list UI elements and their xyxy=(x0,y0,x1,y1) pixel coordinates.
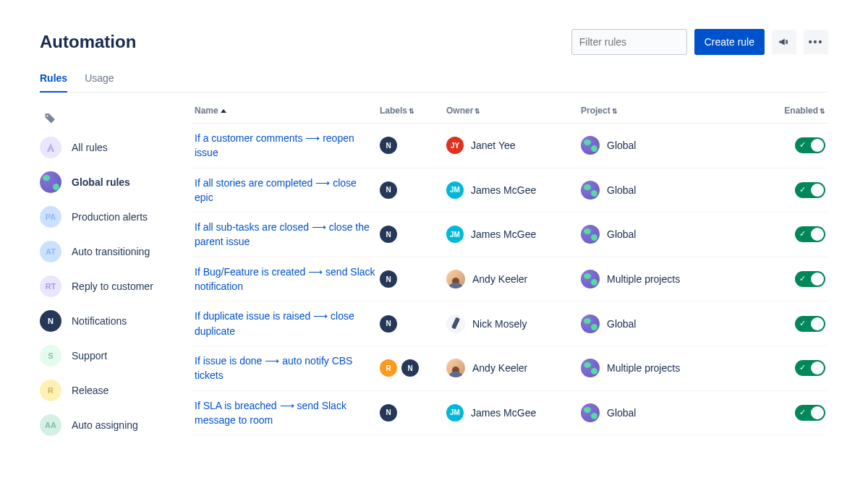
globe-icon xyxy=(581,359,600,377)
owner-name: Nick Mosely xyxy=(472,318,527,330)
label-chip[interactable]: N xyxy=(380,181,397,199)
project-name: Multiple projects xyxy=(607,273,680,285)
sidebar-item-reply-to-customer[interactable]: RTReply to customer xyxy=(40,269,192,304)
owner-avatar xyxy=(446,270,465,288)
col-header-owner[interactable]: Owner⇅ xyxy=(446,106,581,116)
page-title: Automation xyxy=(40,32,136,52)
sidebar-item-auto-transitioning[interactable]: ATAuto transitioning xyxy=(40,234,192,269)
sidebar-item-label: All rules xyxy=(72,142,108,153)
sidebar-item-label: Notifications xyxy=(72,315,127,327)
rule-link[interactable]: If SLA is breached ⟶ send Slack message … xyxy=(195,400,346,426)
table-row: If all stories are completed ⟶ close epi… xyxy=(192,168,828,213)
label-chip[interactable]: N xyxy=(380,270,397,288)
project-name: Global xyxy=(607,140,636,151)
globe-icon xyxy=(581,314,600,333)
globe-icon xyxy=(581,136,600,155)
owner-name: James McGee xyxy=(471,184,536,196)
rule-link[interactable]: If Bug/Feature is created ⟶ send Slack n… xyxy=(195,266,375,292)
sidebar-item-support[interactable]: SSupport xyxy=(40,338,192,373)
label-avatar: N xyxy=(40,310,61,332)
label-chip[interactable]: N xyxy=(380,137,397,154)
sidebar-item-release[interactable]: RRelease xyxy=(40,373,192,408)
label-avatar: AA xyxy=(40,414,61,436)
globe-icon xyxy=(581,225,600,244)
globe-icon xyxy=(581,181,600,200)
sidebar-item-label: Support xyxy=(72,350,107,361)
project-name: Global xyxy=(607,318,636,330)
rule-link[interactable]: If duplicate issue is raised ⟶ close dup… xyxy=(195,310,354,336)
tab-rules[interactable]: Rules xyxy=(40,72,67,93)
table-row: If issue is done ⟶ auto notify CBS ticke… xyxy=(192,346,828,391)
label-chip[interactable]: N xyxy=(401,359,419,377)
sidebar-item-production-alerts[interactable]: PAProduction alerts xyxy=(40,200,192,234)
enabled-toggle[interactable]: ✓ xyxy=(795,271,825,287)
label-avatar: AT xyxy=(40,241,61,262)
table-row: If all sub-tasks are closed ⟶ close the … xyxy=(192,213,828,257)
project-name: Global xyxy=(607,184,636,196)
label-chip[interactable]: N xyxy=(380,404,397,421)
enabled-toggle[interactable]: ✓ xyxy=(795,405,825,421)
owner-name: Janet Yee xyxy=(471,140,516,151)
tag-icon xyxy=(40,111,61,124)
rule-link[interactable]: If all sub-tasks are closed ⟶ close the … xyxy=(195,221,370,247)
col-header-project[interactable]: Project⇅ xyxy=(581,106,775,116)
label-chip[interactable]: R xyxy=(380,359,397,377)
enabled-toggle[interactable]: ✓ xyxy=(795,360,825,376)
table-row: If Bug/Feature is created ⟶ send Slack n… xyxy=(192,257,828,302)
owner-name: James McGee xyxy=(471,228,536,240)
sidebar-item-label: Auto transitioning xyxy=(72,246,150,257)
table-row: If duplicate issue is raised ⟶ close dup… xyxy=(192,301,828,346)
table-row: If a customer comments ⟶ reopen issueNJY… xyxy=(192,124,828,168)
rule-link[interactable]: If issue is done ⟶ auto notify CBS ticke… xyxy=(195,355,352,381)
sidebar-item-label: Production alerts xyxy=(72,211,148,223)
more-actions-icon[interactable]: ••• xyxy=(804,30,828,54)
owner-name: James McGee xyxy=(471,407,536,419)
owner-name: Andy Keeler xyxy=(472,362,527,374)
table-row: If SLA is breached ⟶ send Slack message … xyxy=(192,391,828,436)
label-avatar: R xyxy=(40,380,61,401)
project-name: Global xyxy=(607,407,636,419)
enabled-toggle[interactable]: ✓ xyxy=(795,316,825,332)
globe-icon xyxy=(40,171,61,193)
sidebar-item-notifications[interactable]: NNotifications xyxy=(40,304,192,338)
tab-usage[interactable]: Usage xyxy=(85,72,114,93)
rule-link[interactable]: If a customer comments ⟶ reopen issue xyxy=(195,132,354,158)
create-rule-button[interactable]: Create rule xyxy=(694,29,765,55)
owner-avatar: JM xyxy=(446,181,464,199)
enabled-toggle[interactable]: ✓ xyxy=(795,137,825,153)
enabled-toggle[interactable]: ✓ xyxy=(795,182,825,198)
col-header-name[interactable]: Name xyxy=(195,106,380,116)
owner-avatar xyxy=(446,314,465,333)
owner-name: Andy Keeler xyxy=(472,273,527,285)
sidebar-item-global-rules[interactable]: Global rules xyxy=(40,165,192,200)
sidebar-item-label: Auto assigning xyxy=(72,419,138,431)
label-avatar: RT xyxy=(40,275,61,297)
label-avatar: PA xyxy=(40,206,61,228)
filter-rules-input[interactable] xyxy=(571,29,687,55)
atlassian-icon xyxy=(40,137,61,158)
sidebar-item-label: Global rules xyxy=(72,176,130,188)
col-header-labels[interactable]: Labels⇅ xyxy=(380,106,446,116)
rule-link[interactable]: If all stories are completed ⟶ close epi… xyxy=(195,177,357,203)
label-avatar: S xyxy=(40,345,61,367)
owner-avatar: JM xyxy=(446,404,464,421)
globe-icon xyxy=(581,270,600,288)
sidebar-item-label: Release xyxy=(72,385,109,396)
owner-avatar: JM xyxy=(446,226,464,243)
sidebar-item-all-rules[interactable]: All rules xyxy=(40,130,192,165)
label-chip[interactable]: N xyxy=(380,315,397,333)
project-name: Multiple projects xyxy=(607,362,680,374)
label-chip[interactable]: N xyxy=(380,226,397,243)
announcement-icon[interactable] xyxy=(772,30,796,54)
col-header-enabled[interactable]: Enabled⇅ xyxy=(775,106,825,116)
sidebar-item-auto-assigning[interactable]: AAAuto assigning xyxy=(40,408,192,442)
sort-asc-icon xyxy=(221,109,226,113)
project-name: Global xyxy=(607,228,636,240)
enabled-toggle[interactable]: ✓ xyxy=(795,226,825,242)
owner-avatar: JY xyxy=(446,137,464,154)
sidebar-item-label: Reply to customer xyxy=(72,281,153,292)
labels-header xyxy=(40,106,192,130)
globe-icon xyxy=(581,403,600,422)
owner-avatar xyxy=(446,359,465,377)
